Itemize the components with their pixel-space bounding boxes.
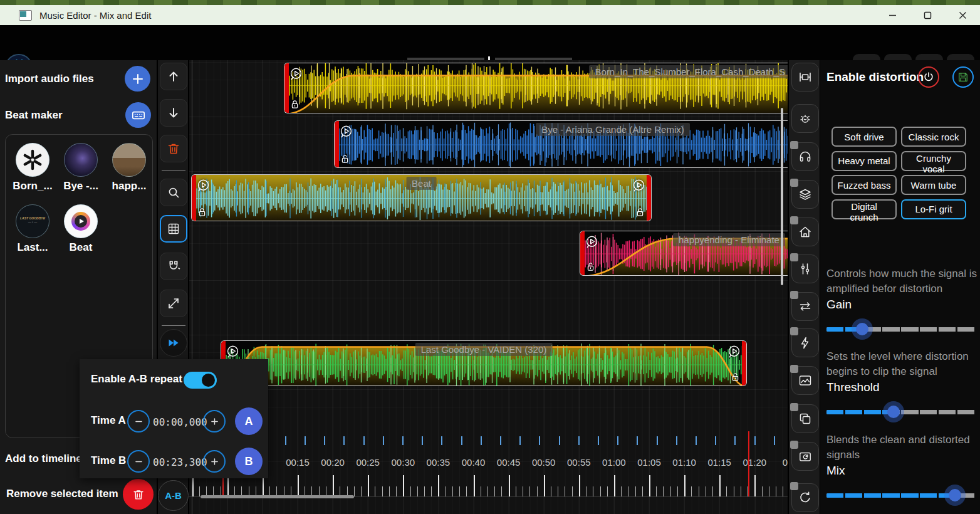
expand-button[interactable] <box>160 290 187 317</box>
clip-lock-closed-icon[interactable] <box>196 206 208 218</box>
beat-tick <box>519 436 521 445</box>
fast-forward-button[interactable] <box>160 329 187 357</box>
clip-play-icon[interactable] <box>225 344 241 360</box>
ruler-tick <box>670 486 671 496</box>
ruler-tick <box>396 486 397 496</box>
audio-file-item[interactable]: Bye -... <box>60 143 102 192</box>
preset-digital-crunch[interactable]: Digital crunch <box>831 199 897 219</box>
snapshot-button[interactable] <box>791 442 819 471</box>
loop-marker-a[interactable] <box>222 478 224 496</box>
ruler-tick <box>734 486 734 496</box>
clip-lock-open-icon[interactable] <box>339 153 351 165</box>
ruler-tick <box>438 475 439 496</box>
timeline-clip-4[interactable]: happyending - Eliminate <box>580 231 788 276</box>
remove-selected-button[interactable] <box>123 479 154 510</box>
time-b-plus-button[interactable] <box>203 450 226 473</box>
maximize-button[interactable] <box>910 5 945 25</box>
clip-lock-closed-icon[interactable] <box>289 98 301 110</box>
beat-maker-button[interactable] <box>125 102 151 128</box>
timeline-clip-5[interactable]: Last Goodbye - VAIDEN (320) <box>221 340 747 386</box>
home-button[interactable] <box>791 218 819 246</box>
ab-repeat-toggle[interactable] <box>184 372 217 389</box>
clip-edge-handle-right[interactable] <box>647 175 651 221</box>
slider-thumb[interactable] <box>949 489 961 501</box>
audio-file-item[interactable]: Beat <box>60 204 102 254</box>
boost-button[interactable] <box>791 328 819 357</box>
distortion-save-button[interactable] <box>952 66 974 88</box>
close-button[interactable] <box>945 5 980 25</box>
clip-lock-open-icon[interactable] <box>729 371 741 383</box>
audio-file-item[interactable]: Born_... <box>12 143 53 192</box>
time-a-minus-button[interactable] <box>127 410 150 433</box>
preset-heavy-metal[interactable]: Heavy metal <box>831 151 897 171</box>
time-b-minus-button[interactable] <box>127 450 150 473</box>
clip-play-icon[interactable] <box>195 178 211 194</box>
clip-lock-open-icon[interactable] <box>634 206 646 218</box>
mixer-button[interactable] <box>791 254 819 283</box>
beat-tick <box>774 436 775 445</box>
layers-icon <box>798 187 813 202</box>
preset-fuzzed-bass[interactable]: Fuzzed bass <box>831 175 897 195</box>
timeline-clip-1[interactable]: Born_In_The_Slumber_Flora_Cash_Death_S <box>284 63 788 113</box>
layers-button[interactable] <box>791 180 819 209</box>
ab-loop-button[interactable]: A-B <box>158 480 189 511</box>
clip-edge-handle-right[interactable] <box>742 341 746 386</box>
minimize-button[interactable] <box>875 5 910 25</box>
audio-file-item[interactable]: happ... <box>108 143 150 192</box>
preset-warm-tube[interactable]: Warm tube <box>901 175 966 195</box>
preset-lo-fi-grit[interactable]: Lo-Fi grit <box>901 199 966 219</box>
ruler-label: 00:40 <box>462 457 486 468</box>
clip-play-icon[interactable] <box>726 344 742 360</box>
audio-file-thumbnail <box>64 143 98 177</box>
timeline-horizontal-scrollbar[interactable] <box>201 495 354 498</box>
audio-file-thumbnail <box>64 204 98 238</box>
timeline-clip-2[interactable]: Bye - Ariana Grande (Altre Remix) <box>334 120 788 168</box>
gain-slider[interactable] <box>826 322 976 337</box>
ai-assistant-button[interactable] <box>791 104 819 133</box>
swap-button[interactable] <box>791 292 819 321</box>
delete-button[interactable] <box>160 135 187 162</box>
clip-play-icon[interactable] <box>584 234 600 250</box>
ruler-tick <box>769 486 769 496</box>
timeline-clip-3[interactable]: Beat <box>191 174 652 221</box>
playhead[interactable] <box>748 431 749 496</box>
threshold-slider[interactable] <box>826 404 976 419</box>
preset-crunchy-vocal[interactable]: Crunchy vocal <box>901 151 966 171</box>
beatpad-icon <box>130 107 147 123</box>
audio-file-item[interactable]: LAST GOODBYE— • — Last... <box>12 204 53 254</box>
move-up-button[interactable] <box>160 63 187 90</box>
waveform-view-button[interactable] <box>791 366 819 395</box>
trim-button[interactable] <box>791 63 819 92</box>
slider-thumb[interactable] <box>887 406 900 418</box>
clip-play-icon[interactable] <box>288 66 304 82</box>
clip-play-icon[interactable] <box>338 124 354 140</box>
ruler-label: 00:50 <box>532 457 556 468</box>
reset-button[interactable] <box>791 483 819 512</box>
preset-classic-rock[interactable]: Classic rock <box>901 127 966 147</box>
timeline[interactable]: Born_In_The_Slumber_Flora_Cash_Death_S B… <box>189 60 788 514</box>
audio-file-name: Beat <box>60 241 102 254</box>
ruler-tick <box>417 486 418 496</box>
distortion-power-button[interactable] <box>918 66 939 88</box>
slider-thumb[interactable] <box>856 323 868 335</box>
zoom-search-button[interactable] <box>160 179 187 206</box>
monitor-button[interactable] <box>791 142 819 171</box>
ruler-label: 00:30 <box>392 457 415 468</box>
time-a-plus-button[interactable] <box>203 410 226 433</box>
marker-a-button[interactable]: A <box>235 407 263 435</box>
preset-soft-drive[interactable]: Soft drive <box>831 127 897 147</box>
clip-lock-open-icon[interactable] <box>585 261 597 273</box>
home-icon <box>798 224 813 239</box>
fx-description: Blends the clean and distorted signals <box>826 433 977 463</box>
wave-image-icon <box>798 373 813 388</box>
clip-play-icon[interactable] <box>631 178 647 194</box>
mix-slider[interactable] <box>826 488 976 503</box>
timeline-vertical-scrollbar[interactable] <box>781 108 783 285</box>
grid-snap-button[interactable] <box>160 215 187 243</box>
marker-b-button[interactable]: B <box>235 448 263 475</box>
magnet-snap-button[interactable] <box>160 253 187 280</box>
ruler-tick <box>361 486 362 496</box>
duplicate-button[interactable] <box>791 404 819 433</box>
import-audio-button[interactable] <box>125 66 150 92</box>
move-down-button[interactable] <box>160 99 187 127</box>
